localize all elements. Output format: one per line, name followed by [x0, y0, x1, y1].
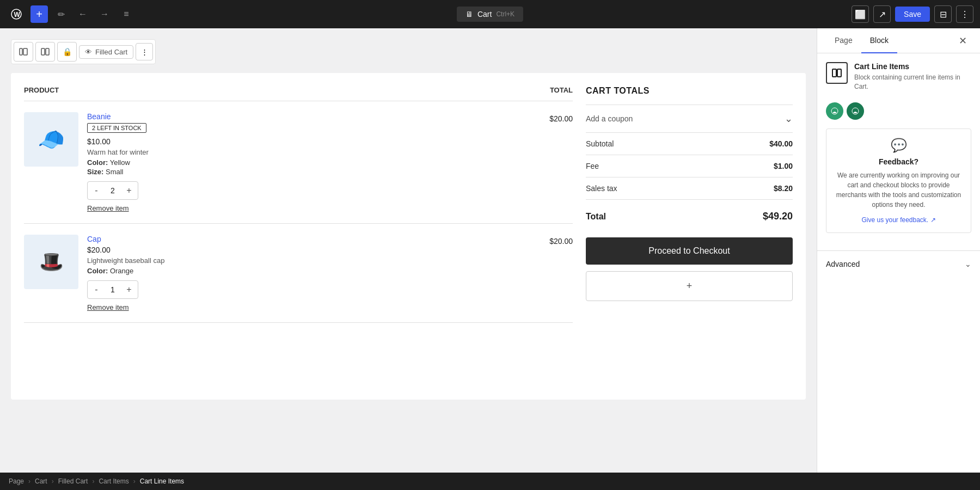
qty-increase-beanie[interactable]: + [122, 184, 136, 197]
svg-point-8 [831, 108, 838, 114]
block-controls-toolbar: 🔒 👁 Filled Cart ⋮ [11, 39, 156, 64]
item-total-cap: $20.00 [549, 235, 573, 246]
topbar-right: ⬜ ↗ Save ⊟ ⋮ [852, 5, 973, 23]
advanced-label: Advanced [826, 260, 860, 268]
tab-page[interactable]: Page [826, 28, 861, 53]
feedback-link[interactable]: Give us your feedback. ↗ [861, 216, 935, 224]
topbar-center: 🖥 Cart Ctrl+K [457, 7, 523, 22]
avatar-2 [847, 102, 864, 120]
settings-panel-button[interactable]: ⊟ [934, 5, 952, 23]
layout-left-button[interactable] [14, 42, 33, 62]
item-desc-beanie: Warm hat for winter [87, 148, 541, 156]
svg-rect-6 [832, 69, 836, 77]
status-bar: Page › Cart › Filled Cart › Cart Items ›… [0, 473, 980, 490]
panel-tabs: Page Block ✕ [817, 28, 980, 53]
advanced-section: Advanced ⌄ [817, 250, 980, 277]
wp-logo: W [7, 4, 26, 24]
avatar-1 [826, 102, 843, 120]
remove-item-cap[interactable]: Remove item [87, 303, 129, 311]
add-block-cart-button[interactable]: + [586, 271, 793, 301]
panel-close-button[interactable]: ✕ [954, 28, 971, 53]
lock-button[interactable]: 🔒 [57, 42, 77, 62]
breadcrumb-cart-line-items[interactable]: Cart Line Items [140, 477, 184, 485]
item-color-beanie: Color: Yellow [87, 158, 541, 167]
editor-area: 🔒 👁 Filled Cart ⋮ PRODUCT TOTAL 🧢 Beanie [0, 28, 817, 473]
more-options-button[interactable]: ⋮ [956, 5, 973, 23]
qty-value-cap: 1 [107, 285, 118, 294]
svg-rect-4 [41, 48, 45, 55]
cart-page-label: Cart [477, 10, 492, 19]
block-desc: Block containing current line items in C… [854, 73, 971, 91]
cart-totals-title: CART TOTALS [586, 86, 793, 96]
item-price-cap: $20.00 [87, 246, 541, 254]
block-title: Cart Line Items [854, 62, 971, 71]
qty-decrease-beanie[interactable]: - [90, 184, 103, 197]
cart-content: PRODUCT TOTAL 🧢 Beanie 2 LEFT IN STOCK $… [11, 73, 806, 400]
advanced-chevron-icon: ⌄ [965, 260, 971, 268]
svg-rect-7 [837, 69, 841, 77]
coupon-row[interactable]: Add a coupon ⌄ [586, 105, 793, 133]
cart-item: 🧢 Beanie 2 LEFT IN STOCK $10.00 Warm hat… [24, 101, 573, 224]
topbar: W + ✏ ← → ≡ 🖥 Cart Ctrl+K ⬜ ↗ Save ⊟ ⋮ [0, 0, 980, 28]
qty-decrease-cap[interactable]: - [90, 283, 103, 296]
svg-point-9 [852, 108, 859, 114]
cart-page-icon: 🖥 [465, 10, 473, 19]
sales-tax-row: Sales tax $8.20 [586, 177, 793, 200]
tab-block[interactable]: Block [861, 28, 897, 53]
total-value: $49.20 [763, 211, 793, 222]
cart-shortcut: Ctrl+K [496, 10, 514, 18]
advanced-header[interactable]: Advanced ⌄ [826, 260, 971, 268]
subtotal-value: $40.00 [769, 139, 793, 148]
side-panel: Page Block ✕ Cart Line Items Block conta… [817, 28, 980, 473]
preview-button[interactable]: ⬜ [852, 5, 869, 23]
filled-cart-button[interactable]: 👁 Filled Cart [79, 45, 133, 59]
remove-item-beanie[interactable]: Remove item [87, 204, 129, 212]
layout-split-button[interactable] [35, 42, 55, 62]
stock-badge-beanie: 2 LEFT IN STOCK [87, 123, 146, 133]
total-col-header: TOTAL [550, 86, 573, 94]
breadcrumb-cart-items[interactable]: Cart Items [99, 477, 128, 485]
coupon-chevron-icon: ⌄ [785, 113, 793, 125]
sales-tax-label: Sales tax [586, 184, 617, 193]
fee-value: $1.00 [774, 162, 793, 170]
checkout-button[interactable]: Proceed to Checkout [586, 237, 793, 265]
feedback-section: 💬 Feedback? We are currently working on … [826, 128, 971, 233]
item-name-beanie[interactable]: Beanie [87, 112, 111, 121]
breadcrumb-filled-cart[interactable]: Filled Cart [58, 477, 88, 485]
qty-increase-cap[interactable]: + [122, 283, 136, 296]
view-button[interactable]: ↗ [873, 5, 891, 23]
undo-button[interactable]: ← [74, 5, 91, 23]
cart-item: 🎩 Cap $20.00 Lightweight baseball cap Co… [24, 224, 573, 323]
cart-totals-section: CART TOTALS Add a coupon ⌄ Subtotal $40.… [586, 86, 793, 387]
qty-control-beanie: - 2 + [87, 181, 138, 200]
feedback-text: We are currently working on improving ou… [835, 170, 962, 210]
save-button[interactable]: Save [895, 7, 930, 22]
svg-rect-2 [20, 48, 22, 55]
fee-row: Fee $1.00 [586, 155, 793, 177]
main-layout: 🔒 👁 Filled Cart ⋮ PRODUCT TOTAL 🧢 Beanie [0, 28, 980, 473]
filled-cart-label: Filled Cart [95, 48, 127, 56]
item-image-beanie: 🧢 [24, 112, 78, 167]
product-col-header: PRODUCT [24, 86, 59, 94]
edit-tool-button[interactable]: ✏ [52, 5, 70, 23]
breadcrumb-page[interactable]: Page [9, 477, 24, 485]
add-block-topbar-button[interactable]: + [30, 5, 48, 23]
cart-page-button[interactable]: 🖥 Cart Ctrl+K [457, 7, 523, 22]
list-view-button[interactable]: ≡ [118, 5, 135, 23]
block-more-options-button[interactable]: ⋮ [136, 43, 153, 60]
cart-table-header: PRODUCT TOTAL [24, 86, 573, 101]
item-size-beanie: Size: Small [87, 168, 541, 176]
item-desc-cap: Lightweight baseball cap [87, 256, 541, 265]
item-total-beanie: $20.00 [549, 112, 573, 123]
panel-content: Cart Line Items Block containing current… [817, 53, 980, 250]
eye-icon: 👁 [85, 48, 92, 56]
item-name-cap[interactable]: Cap [87, 235, 101, 243]
subtotal-row: Subtotal $40.00 [586, 133, 793, 155]
redo-button[interactable]: → [96, 5, 113, 23]
breadcrumb-cart[interactable]: Cart [35, 477, 47, 485]
item-details-cap: Cap $20.00 Lightweight baseball cap Colo… [87, 235, 541, 311]
feedback-title: Feedback? [835, 157, 962, 166]
fee-label: Fee [586, 162, 599, 170]
item-details-beanie: Beanie 2 LEFT IN STOCK $10.00 Warm hat f… [87, 112, 541, 212]
qty-value-beanie: 2 [107, 186, 118, 195]
